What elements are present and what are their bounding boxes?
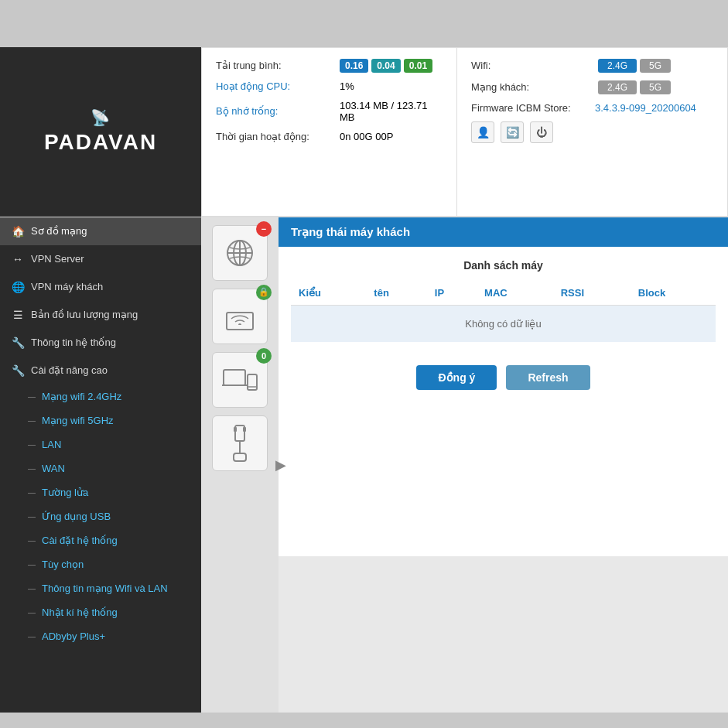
load-val-3: 0.01 [404, 59, 432, 73]
usb-panel-item[interactable] [212, 415, 268, 471]
svg-rect-11 [243, 427, 246, 432]
sidebar-label-ban-do: Bản đồ lưu lượng mạng [31, 309, 138, 320]
sub-label-mang-wifi-24: Mạng wifi 2.4GHz [42, 391, 121, 402]
refresh-button[interactable]: Refresh [506, 365, 590, 390]
globe-icon: 🌐 [11, 281, 25, 293]
wifi-5g-btn[interactable]: 5G [640, 59, 671, 73]
sidebar-sub-tuong-lua[interactable]: — Tường lửa [0, 480, 201, 504]
sidebar-item-vpn-server[interactable]: ↔ VPN Server [0, 245, 201, 273]
logo-text: PADAVAN [44, 130, 157, 155]
sidebar-sub-wan[interactable]: — WAN [0, 456, 201, 480]
dash-icon-9: — [28, 584, 36, 593]
internet-icon [224, 237, 256, 269]
table-header: Kiểu tên IP MAC RSSI Block [291, 281, 716, 306]
dash-icon-11: — [28, 632, 36, 641]
sidebar-sub-tuy-chon[interactable]: — Tùy chọn [0, 552, 201, 576]
sidebar-item-so-do-mang[interactable]: 🏠 Sơ đồ mạng [0, 217, 201, 245]
wifi-cast-panel-item[interactable]: 🔒 [212, 289, 268, 344]
main-content: − 🔒 [201, 217, 728, 713]
memory-value: 103.14 MB / 123.71 MB [340, 100, 443, 123]
sidebar-sub-nhat-ki[interactable]: — Nhật kí hệ thống [0, 600, 201, 624]
dash-icon-3: — [28, 440, 36, 449]
logo-area: 📡 PADAVAN [0, 47, 201, 217]
confirm-button[interactable]: Đồng ý [416, 365, 497, 390]
wifi-24-btn[interactable]: 2.4G [598, 59, 637, 73]
sidebar-sub-mang-wifi-5g[interactable]: — Mạng wifi 5GHz [0, 408, 201, 432]
refresh-icon-btn[interactable]: 🔄 [501, 121, 524, 143]
guest-row: Mạng khách: 2.4G 5G [471, 80, 713, 94]
system-info-right: Wifi: 2.4G 5G Mạng khách: 2.4G 5G Firmwa… [457, 47, 728, 217]
sidebar-label-vpn-server: VPN Server [31, 253, 84, 265]
action-icons: 👤 🔄 ⏻ [471, 121, 713, 143]
sub-label-nhat-ki: Nhật kí hệ thống [42, 607, 118, 618]
power-icon-btn[interactable]: ⏻ [530, 121, 553, 143]
panel-arrow[interactable]: ▶ [275, 456, 286, 473]
load-val-1: 0.16 [340, 59, 368, 73]
outer-wrapper: 📡 PADAVAN Tải trung bình: 0.16 0.04 0.01… [0, 0, 728, 728]
sidebar-label-so-do-mang: Sơ đồ mạng [31, 225, 87, 237]
load-label: Tải trung bình: [216, 60, 340, 71]
sidebar-sub-thong-tin-mang[interactable]: — Thông tin mạng Wifi và LAN [0, 576, 201, 600]
dash-icon-8: — [28, 560, 36, 569]
col-rssi: RSSI [553, 281, 631, 306]
sub-label-tuy-chon: Tùy chọn [42, 559, 84, 570]
devices-badge: 0 [256, 348, 272, 364]
wifi-lock-badge: 🔒 [256, 285, 272, 300]
usb-icon [226, 424, 254, 463]
sidebar-item-cai-dat[interactable]: 🔧 Cài đặt nâng cao [0, 357, 201, 385]
panel-title: Trạng thái máy khách [291, 225, 410, 238]
sub-label-adbyby: ADbyby Plus+ [42, 631, 105, 642]
sidebar-sub-lan[interactable]: — LAN [0, 432, 201, 456]
sub-label-mang-wifi-5g: Mạng wifi 5GHz [42, 415, 114, 426]
sidebar-sub-cai-dat-he-thong[interactable]: — Cài đặt hệ thống [0, 528, 201, 552]
cpu-value: 1% [340, 80, 354, 92]
system-info-left: Tải trung bình: 0.16 0.04 0.01 Hoạt động… [201, 47, 457, 217]
logo-icon: 📡 [44, 108, 157, 127]
devices-icon [220, 364, 259, 396]
svg-rect-7 [248, 374, 257, 390]
dash-icon-4: — [28, 464, 36, 473]
sidebar-label-thong-tin: Thông tin hệ thống [31, 337, 116, 348]
guest-5g-btn[interactable]: 5G [640, 80, 671, 94]
memory-label[interactable]: Bộ nhớ trống: [216, 105, 340, 117]
svg-rect-13 [234, 453, 246, 461]
internet-panel-item[interactable]: − [212, 225, 268, 281]
firmware-label: Firmware ICBM Store: [471, 102, 595, 114]
sub-label-wan: WAN [42, 463, 65, 474]
sidebar: 🏠 Sơ đồ mạng ↔ VPN Server 🌐 VPN máy khác… [0, 217, 201, 713]
cpu-label[interactable]: Hoạt động CPU: [216, 80, 340, 92]
user-icon-btn[interactable]: 👤 [471, 121, 494, 143]
sidebar-item-vpn-may-khach[interactable]: 🌐 VPN máy khách [0, 273, 201, 301]
info-icon: 🔧 [11, 337, 25, 349]
col-block: Block [631, 281, 716, 306]
settings-icon: 🔧 [11, 364, 25, 377]
dash-icon-7: — [28, 536, 36, 545]
sidebar-sub-adbyby[interactable]: — ADbyby Plus+ [0, 624, 201, 648]
svg-rect-4 [227, 313, 253, 330]
icon-panel: − 🔒 [201, 217, 279, 713]
uptime-row: Thời gian hoạt động: 0n 00G 00P [216, 131, 443, 142]
sub-label-thong-tin-mang: Thông tin mạng Wifi và LAN [42, 583, 168, 594]
dash-icon-6: — [28, 512, 36, 521]
wifi-row: Wifi: 2.4G 5G [471, 59, 713, 73]
dash-icon-1: — [28, 392, 36, 401]
main-container: 📡 PADAVAN Tải trung bình: 0.16 0.04 0.01… [0, 47, 728, 713]
uptime-value: 0n 00G 00P [340, 131, 393, 142]
list-icon: ☰ [11, 309, 25, 321]
sidebar-sub-ung-dung-usb[interactable]: — Ứng dụng USB [0, 504, 201, 528]
col-mac: MAC [477, 281, 553, 306]
panel-header: Trạng thái máy khách [279, 217, 728, 247]
internet-badge: − [256, 221, 272, 237]
sub-label-tuong-lua: Tường lửa [42, 487, 88, 498]
dash-icon-10: — [28, 608, 36, 617]
firmware-value[interactable]: 3.4.3.9-099_20200604 [595, 102, 696, 114]
top-bar: 📡 PADAVAN Tải trung bình: 0.16 0.04 0.01… [0, 47, 728, 217]
col-ip: IP [427, 281, 477, 306]
sidebar-sub-mang-wifi-24[interactable]: — Mạng wifi 2.4GHz [0, 385, 201, 408]
sidebar-item-thong-tin[interactable]: 🔧 Thông tin hệ thống [0, 329, 201, 357]
svg-rect-10 [234, 427, 237, 432]
sidebar-item-ban-do[interactable]: ☰ Bản đồ lưu lượng mạng [0, 301, 201, 329]
sidebar-label-vpn-may-khach: VPN máy khách [31, 281, 103, 292]
devices-panel-item[interactable]: 0 [212, 352, 268, 408]
guest-24-btn[interactable]: 2.4G [598, 80, 637, 94]
